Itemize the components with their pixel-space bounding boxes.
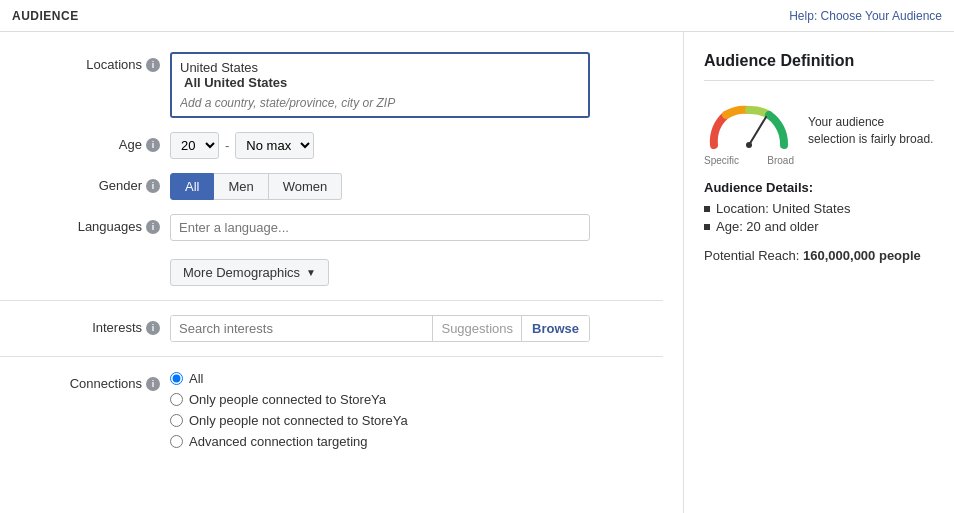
potential-reach-value: 160,000,000 people bbox=[803, 248, 921, 263]
location-box: United States All United States bbox=[170, 52, 590, 118]
help-link[interactable]: Help: Choose Your Audience bbox=[789, 9, 942, 23]
age-min-select[interactable]: 20 13182535 bbox=[170, 132, 219, 159]
gender-women-button[interactable]: Women bbox=[269, 173, 343, 200]
age-separator: - bbox=[225, 138, 229, 153]
detail-location: Location: United States bbox=[704, 201, 934, 216]
age-row: Age i 20 13182535 - No max 2125303565 bbox=[60, 132, 663, 159]
audience-definition-title: Audience Definition bbox=[704, 52, 934, 81]
languages-label: Languages i bbox=[60, 214, 170, 234]
gauge-wrapper: Specific Broad bbox=[704, 95, 794, 166]
connections-advanced-option[interactable]: Advanced connection targeting bbox=[170, 434, 663, 449]
audience-detail-list: Location: United States Age: 20 and olde… bbox=[704, 201, 934, 234]
connections-all-label: All bbox=[189, 371, 203, 386]
connections-info-icon[interactable]: i bbox=[146, 377, 160, 391]
chevron-down-icon: ▼ bbox=[306, 267, 316, 278]
gender-control: All Men Women bbox=[170, 173, 663, 200]
interests-control: Suggestions Browse bbox=[170, 315, 663, 342]
divider-1 bbox=[0, 300, 663, 301]
left-panel: Locations i United States All United Sta… bbox=[0, 32, 684, 513]
gender-buttons: All Men Women bbox=[170, 173, 663, 200]
languages-info-icon[interactable]: i bbox=[146, 220, 160, 234]
interests-label: Interests i bbox=[60, 315, 170, 335]
gauge-specific-label: Specific bbox=[704, 155, 739, 166]
more-demographics-spacer bbox=[60, 255, 170, 260]
divider-2 bbox=[0, 356, 663, 357]
connections-not-connected-radio[interactable] bbox=[170, 414, 183, 427]
connections-all-radio[interactable] bbox=[170, 372, 183, 385]
locations-info-icon[interactable]: i bbox=[146, 58, 160, 72]
gauge-container: Specific Broad Your audience selection i… bbox=[704, 95, 934, 166]
connections-connected-label: Only people connected to StoreYa bbox=[189, 392, 386, 407]
page-title: AUDIENCE bbox=[12, 9, 79, 23]
potential-reach: Potential Reach: 160,000,000 people bbox=[704, 248, 934, 263]
interests-box: Suggestions Browse bbox=[170, 315, 590, 342]
languages-control bbox=[170, 214, 663, 241]
connections-advanced-label: Advanced connection targeting bbox=[189, 434, 368, 449]
svg-point-1 bbox=[746, 142, 752, 148]
gender-all-button[interactable]: All bbox=[170, 173, 214, 200]
age-max-select[interactable]: No max 2125303565 bbox=[235, 132, 314, 159]
connections-connected-radio[interactable] bbox=[170, 393, 183, 406]
audience-details: Audience Details: Location: United State… bbox=[704, 180, 934, 234]
language-input[interactable] bbox=[170, 214, 590, 241]
location-tags: United States All United States bbox=[172, 54, 588, 92]
gauge-broad-label: Broad bbox=[767, 155, 794, 166]
detail-age: Age: 20 and older bbox=[704, 219, 934, 234]
audience-details-title: Audience Details: bbox=[704, 180, 934, 195]
more-demographics-button[interactable]: More Demographics ▼ bbox=[170, 259, 329, 286]
gender-label: Gender i bbox=[60, 173, 170, 193]
gender-row: Gender i All Men Women bbox=[60, 173, 663, 200]
interests-row: Interests i Suggestions Browse bbox=[60, 315, 663, 342]
more-demographics-control: More Demographics ▼ bbox=[170, 255, 663, 286]
locations-label: Locations i bbox=[60, 52, 170, 72]
svg-line-0 bbox=[749, 117, 766, 145]
gender-men-button[interactable]: Men bbox=[214, 173, 268, 200]
location-input[interactable] bbox=[172, 92, 588, 116]
bullet-icon bbox=[704, 206, 710, 212]
interests-browse-button[interactable]: Browse bbox=[521, 316, 589, 341]
detail-age-text: Age: 20 and older bbox=[716, 219, 819, 234]
location-all-tag: All United States bbox=[180, 73, 291, 92]
interests-info-icon[interactable]: i bbox=[146, 321, 160, 335]
gauge-labels: Specific Broad bbox=[704, 155, 794, 166]
detail-location-text: Location: United States bbox=[716, 201, 850, 216]
connections-label: Connections i bbox=[60, 371, 170, 391]
connections-not-connected-option[interactable]: Only people not connected to StoreYa bbox=[170, 413, 663, 428]
gender-info-icon[interactable]: i bbox=[146, 179, 160, 193]
connections-connected-option[interactable]: Only people connected to StoreYa bbox=[170, 392, 663, 407]
age-control: 20 13182535 - No max 2125303565 bbox=[170, 132, 663, 159]
connections-row: Connections i All Only people connected … bbox=[60, 371, 663, 449]
gauge-chart bbox=[704, 95, 794, 150]
age-label: Age i bbox=[60, 132, 170, 152]
connections-control: All Only people connected to StoreYa Onl… bbox=[170, 371, 663, 449]
connections-not-connected-label: Only people not connected to StoreYa bbox=[189, 413, 408, 428]
locations-row: Locations i United States All United Sta… bbox=[60, 52, 663, 118]
gauge-description: Your audience selection is fairly broad. bbox=[808, 114, 934, 148]
connections-advanced-radio[interactable] bbox=[170, 435, 183, 448]
connections-all-option[interactable]: All bbox=[170, 371, 663, 386]
locations-control: United States All United States bbox=[170, 52, 663, 118]
interests-suggestions-label: Suggestions bbox=[432, 316, 521, 341]
languages-row: Languages i bbox=[60, 214, 663, 241]
connections-options: All Only people connected to StoreYa Onl… bbox=[170, 371, 663, 449]
more-demographics-label: More Demographics bbox=[183, 265, 300, 280]
more-demographics-row: More Demographics ▼ bbox=[60, 255, 663, 286]
age-info-icon[interactable]: i bbox=[146, 138, 160, 152]
bullet-icon bbox=[704, 224, 710, 230]
right-panel: Audience Definition bbox=[684, 32, 954, 513]
potential-reach-label: Potential Reach: bbox=[704, 248, 799, 263]
interests-input[interactable] bbox=[171, 316, 432, 341]
